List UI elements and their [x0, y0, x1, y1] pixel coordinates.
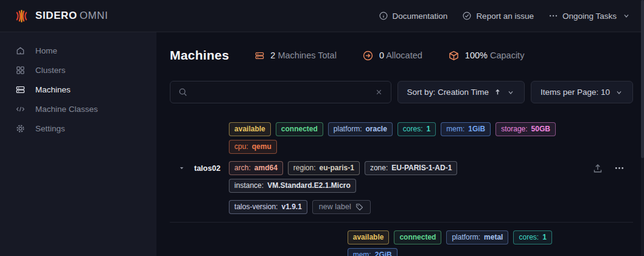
server-icon	[254, 50, 265, 61]
label-value: 1	[427, 124, 431, 134]
search-input[interactable]	[194, 88, 369, 97]
label-key: mem:	[446, 124, 464, 134]
sidebar-item-machine-classes[interactable]: Machine Classes	[0, 99, 156, 119]
topbar-item-report-an-issue[interactable]: Report an issue	[462, 11, 534, 21]
label-value: 50GB	[531, 124, 550, 134]
check-circle-icon	[462, 11, 472, 21]
tag-icon	[355, 202, 364, 212]
sort-ascending-icon	[494, 88, 502, 96]
machine-label[interactable]: platform:oracle	[328, 122, 393, 136]
label-key: instance:	[234, 181, 264, 191]
arrow-right-circle-icon	[362, 50, 374, 61]
label-key: connected	[281, 124, 318, 134]
items-per-page-label: Items per Page: 10	[541, 88, 610, 97]
items-per-page-dropdown[interactable]: Items per Page: 10	[531, 81, 633, 103]
label-key: arch:	[234, 163, 251, 173]
machine-label[interactable]: mem:1GiB	[441, 122, 491, 136]
label-key: available	[234, 124, 265, 134]
brand[interactable]: SIDEROOMNI	[13, 8, 108, 24]
machine-label[interactable]: cpu:qemu	[229, 140, 277, 154]
page-header: Machines 2 Machines Total0 Allocated100%…	[170, 48, 633, 63]
machine-row: talos02availableconnectedplatform:oracle…	[170, 114, 633, 223]
machine-label[interactable]: talos-version:v1.9.1	[229, 200, 307, 214]
machine-label[interactable]: arch:amd64	[229, 161, 283, 175]
label-value: 2GiB	[375, 250, 392, 256]
body-layout: HomeClustersMachinesMachine ClassesSetti…	[0, 32, 644, 256]
sidebar-item-machines[interactable]: Machines	[0, 80, 156, 99]
label-key: available	[353, 232, 384, 243]
label-key: mem:	[353, 250, 371, 256]
topbar: SIDEROOMNI DocumentationReport an issueO…	[0, 0, 644, 32]
brand-primary: SIDERO	[35, 10, 77, 21]
stat-value: 100%	[465, 50, 488, 60]
machine-label[interactable]: mem:2GiB	[348, 248, 397, 256]
machine-label[interactable]: connected	[394, 230, 441, 244]
stat-label: Capacity	[490, 50, 524, 60]
stat-text: 2 Machines Total	[270, 50, 337, 60]
search-box	[170, 81, 391, 103]
stat-text: 0 Allocated	[379, 50, 422, 60]
more-options-icon[interactable]	[614, 163, 625, 173]
stat-value: 2	[270, 50, 275, 60]
sidebar-item-label: Machine Classes	[35, 105, 98, 114]
machine-label[interactable]: cores:1	[513, 230, 551, 244]
label-value: qemu	[252, 142, 271, 152]
label-value: 1	[542, 232, 547, 243]
label-value: eu-paris-1	[320, 163, 354, 173]
sidebar-item-label: Home	[35, 46, 57, 55]
home-icon	[15, 46, 26, 56]
scrollbar-thumb[interactable]	[641, 0, 644, 158]
label-value: v1.9.1	[281, 202, 301, 212]
label-key: talos-version:	[234, 202, 278, 212]
dots-icon	[548, 11, 558, 21]
app-window: SIDEROOMNI DocumentationReport an issueO…	[0, 0, 644, 256]
machine-label[interactable]: cores:1	[397, 122, 436, 136]
machine-label[interactable]: region:eu-paris-1	[288, 161, 360, 175]
label-value: EU-PARIS-1-AD-1	[391, 163, 452, 173]
stat-value: 0	[379, 50, 384, 60]
expand-caret-icon[interactable]	[178, 165, 187, 171]
sidebar-item-settings[interactable]: Settings	[0, 119, 156, 138]
machine-label[interactable]: available	[348, 230, 390, 244]
machine-label[interactable]: zone:EU-PARIS-1-AD-1	[365, 161, 457, 175]
topbar-item-label: Ongoing Tasks	[562, 12, 617, 21]
main-content: Machines 2 Machines Total0 Allocated100%…	[156, 32, 644, 256]
cube-icon	[448, 50, 460, 61]
sidebar-item-clusters[interactable]: Clusters	[0, 60, 156, 80]
topbar-item-ongoing-tasks[interactable]: Ongoing Tasks	[548, 11, 631, 21]
page-title: Machines	[170, 48, 229, 63]
machine-list: talos02availableconnectedplatform:oracle…	[170, 114, 633, 256]
sidebar-item-label: Settings	[35, 124, 65, 133]
add-label-button[interactable]: new label	[312, 200, 371, 214]
label-key: platform:	[334, 124, 362, 134]
stat-label: Machines Total	[278, 50, 336, 60]
stat-label: Allocated	[386, 50, 422, 60]
machine-label[interactable]: connected	[276, 122, 323, 136]
machine-label[interactable]: storage:50GB	[495, 122, 556, 136]
code-icon	[15, 104, 26, 114]
search-icon	[178, 87, 188, 97]
clear-search-icon[interactable]	[374, 88, 383, 97]
sidero-logo-icon	[13, 8, 30, 24]
sidebar-item-home[interactable]: Home	[0, 41, 156, 60]
label-key: region:	[293, 163, 316, 173]
label-value: metal	[484, 232, 503, 243]
brand-name: SIDEROOMNI	[35, 10, 108, 22]
sort-dropdown[interactable]: Sort by: Creation Time	[397, 81, 525, 103]
label-key: cores:	[403, 124, 423, 134]
sort-label: Sort by: Creation Time	[407, 88, 489, 97]
scrollbar[interactable]	[641, 0, 644, 256]
label-value: 1GiB	[468, 124, 485, 134]
upload-icon[interactable]	[592, 163, 603, 174]
gear-icon	[15, 123, 26, 134]
machine-label[interactable]: platform:metal	[446, 230, 508, 244]
label-value: amd64	[254, 163, 278, 173]
topbar-item-documentation[interactable]: Documentation	[379, 11, 448, 21]
machine-label[interactable]: instance:VM.Standard.E2.1.Micro	[229, 179, 356, 193]
machine-label[interactable]: available	[229, 122, 271, 136]
info-icon	[379, 11, 388, 21]
label-key: platform:	[452, 232, 480, 243]
label-value: oracle	[366, 124, 387, 134]
sidebar-item-label: Clusters	[35, 66, 66, 75]
machine-name[interactable]: talos02	[194, 164, 220, 173]
